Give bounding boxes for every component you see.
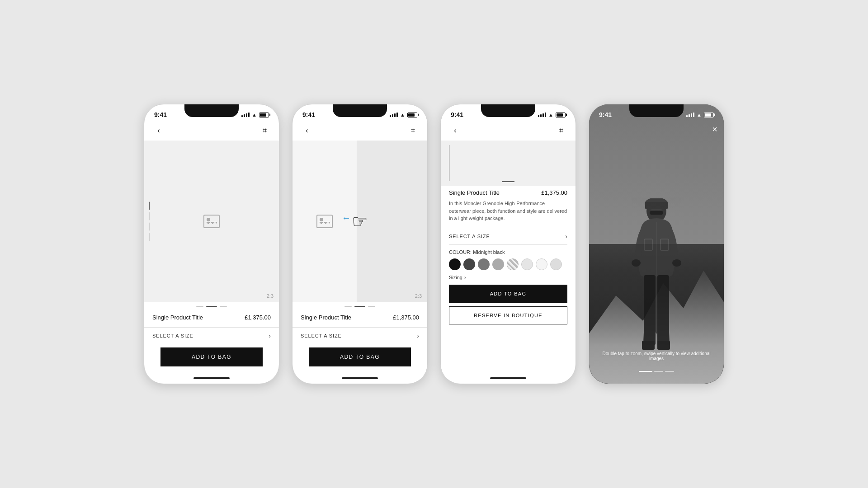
phone-2-product-title: Single Product Title (301, 314, 351, 321)
signal-bar-1 (241, 115, 243, 117)
signal-bar-4-4 (693, 113, 694, 117)
svg-point-7 (632, 259, 641, 267)
signal-bar-3 (246, 113, 247, 117)
phone-2-bookmark-icon[interactable]: ⌗ (406, 124, 419, 137)
phone-1-bookmark-icon[interactable]: ⌗ (258, 124, 271, 137)
phone-1-add-to-bag-button[interactable]: ADD TO BAG (160, 347, 263, 366)
phone-2-nav: ‹ ⌗ (292, 122, 427, 141)
phone-3-size-select-row[interactable]: SELECT A SIZE › (449, 228, 567, 245)
phone-1-home-indicator (144, 374, 279, 384)
v-dot-2 (149, 212, 150, 221)
phone-2-status-icons: ▲ (390, 112, 417, 117)
swatch-dark-grey[interactable] (463, 258, 475, 270)
v-dot-3 (149, 223, 150, 231)
phone-3-bookmark-icon[interactable]: ⌗ (555, 124, 567, 137)
gesture-hand-container: ← ☞ (352, 211, 368, 232)
model-silhouette (589, 104, 724, 384)
signal-bar-2-2 (392, 114, 393, 117)
phone-1-vertical-dots (149, 202, 150, 241)
page-dot-3 (220, 306, 227, 307)
phone-4-time: 9:41 (599, 111, 612, 118)
phone-4-close-icon[interactable]: × (712, 124, 717, 135)
phone-1-size-selector[interactable]: SELECT A SIZE › (144, 327, 279, 344)
swatch-light-grey[interactable] (492, 258, 504, 270)
phone-2-size-selector[interactable]: SELECT A SIZE › (292, 327, 427, 344)
phone-3-pagination-dash (502, 181, 514, 182)
svg-rect-9 (644, 275, 656, 345)
swatch-midnight-black[interactable] (449, 258, 461, 270)
phone-4-wifi-icon: ▲ (697, 112, 702, 117)
phone-3-home-indicator (441, 374, 576, 384)
swatch-grey[interactable] (478, 258, 490, 270)
svg-rect-3 (650, 211, 663, 215)
svg-rect-2 (645, 202, 668, 209)
phone-2-back-icon[interactable]: ‹ (301, 124, 313, 137)
phone-2-battery-fill (408, 113, 415, 117)
signal-bar-2-4 (396, 113, 398, 117)
v-dot-4 (149, 233, 150, 241)
phone-1-image-area: 2:3 (144, 141, 279, 302)
phone-1-add-to-bag-container: ADD TO BAG (144, 344, 279, 374)
phone-2-wifi-icon: ▲ (400, 112, 405, 117)
phone-3-notch (481, 104, 535, 117)
signal-bar-3-3 (542, 113, 544, 117)
svg-rect-10 (657, 275, 669, 345)
phone-4-full-image: Double tap to zoom, swipe vertically to … (589, 104, 724, 384)
phone-3-sizing-row[interactable]: Sizing › (449, 275, 567, 280)
phone-3-back-icon[interactable]: ‹ (449, 124, 462, 137)
phone-1-size-label: SELECT A SIZE (152, 333, 193, 338)
phone-2-page-dot-2 (354, 306, 365, 307)
phone-3-size-label: SELECT A SIZE (449, 234, 490, 239)
phone-2-home-bar (342, 377, 378, 379)
phone-3: 9:41 ▲ ‹ ⌗ (440, 104, 576, 384)
phone-3-battery (556, 113, 566, 117)
image-icon-2 (316, 215, 333, 228)
phone-3-signal (538, 113, 546, 117)
phone-2-battery (407, 113, 417, 117)
hand-cursor-icon: ☞ (352, 211, 368, 231)
phone-2-add-to-bag-button[interactable]: ADD TO BAG (309, 347, 411, 366)
page-dot-1 (196, 306, 203, 307)
phone-3-reserve-boutique-button[interactable]: RESERVE IN BOUTIQUE (449, 306, 567, 324)
p4-dot-3 (665, 371, 674, 372)
page-dot-2 (206, 306, 217, 307)
phone-3-add-to-bag-button[interactable]: ADD TO BAG (449, 285, 567, 303)
phone-2-notch (333, 104, 387, 117)
signal-bar-4 (248, 113, 250, 117)
phone-2-product-row: Single Product Title £1,375.00 (301, 314, 419, 321)
image-icon-1 (203, 215, 220, 228)
phone-1-pagination: 2:3 (267, 293, 274, 299)
phone-2-pagination: 2:3 (415, 293, 422, 299)
swatch-off-white[interactable] (550, 258, 562, 270)
phone-1-back-icon[interactable]: ‹ (152, 124, 165, 137)
phone-4-battery (704, 113, 714, 117)
phone-4-status-bar: 9:41 ▲ (589, 104, 724, 122)
svg-point-8 (672, 259, 681, 267)
phone-3-sizing-arrow: › (464, 275, 466, 280)
signal-bar-3-1 (538, 115, 539, 117)
phone-3-vertical-line (449, 145, 450, 181)
phone-3-nav: ‹ ⌗ (441, 122, 576, 141)
phone-2-product-price: £1,375.00 (393, 314, 419, 321)
phone-1-product-info: Single Product Title £1,375.00 (144, 309, 279, 327)
phone-1-wifi-icon: ▲ (252, 112, 257, 117)
phone-2-size-arrow: › (417, 332, 419, 339)
swatch-pale[interactable] (521, 258, 533, 270)
phone-3-home-bar (490, 377, 526, 379)
phone-1-page-dots (144, 302, 279, 309)
signal-bar-4-3 (691, 113, 692, 117)
phone-2-product-info: Single Product Title £1,375.00 (292, 309, 427, 327)
svg-rect-12 (657, 341, 670, 350)
model-figure-svg (627, 198, 686, 361)
phone-2-add-to-bag-container: ADD TO BAG (292, 344, 427, 374)
swatch-check[interactable] (507, 258, 519, 270)
svg-rect-11 (642, 341, 655, 350)
phone-2-gesture-overlay: ← ☞ (352, 211, 368, 232)
signal-bar-3-4 (545, 113, 546, 117)
phone-1-home-bar (193, 377, 230, 379)
phone-3-product-price: £1,375.00 (541, 189, 567, 196)
phone-4-status-icons: ▲ (686, 112, 714, 117)
phone-3-product-row: Single Product Title £1,375.00 (449, 189, 567, 196)
phone-3-battery-fill (557, 113, 563, 117)
swatch-white[interactable] (536, 258, 547, 270)
